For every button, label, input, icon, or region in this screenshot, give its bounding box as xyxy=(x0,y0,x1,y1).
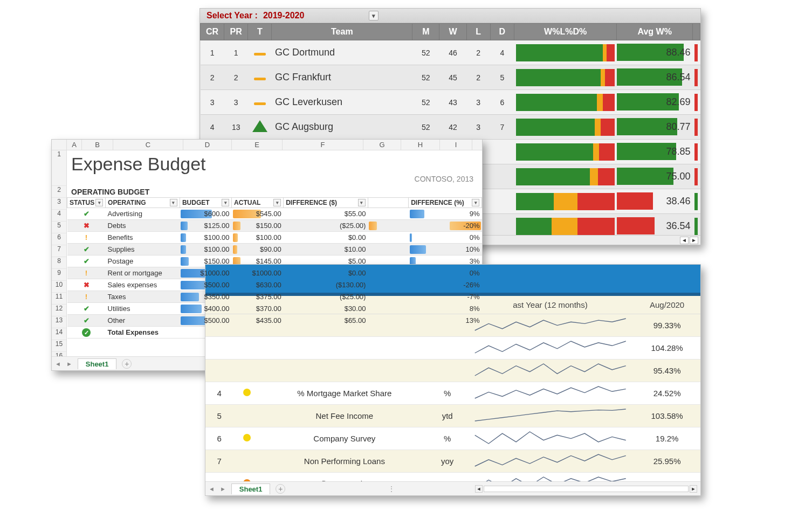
filter-icon[interactable]: ▾ xyxy=(273,199,281,206)
cell-sparkline xyxy=(467,314,634,337)
col-header[interactable]: C xyxy=(113,140,183,150)
filter-icon[interactable]: ▾ xyxy=(358,199,366,206)
hdr-operating[interactable]: OPERATING▾ xyxy=(106,198,180,208)
hscrollbar[interactable]: ◄ ► xyxy=(475,485,697,493)
cell-trend xyxy=(248,90,272,115)
row-header[interactable]: 10 xyxy=(52,281,66,293)
year-combo[interactable]: 2019-2020 ▾ xyxy=(263,11,379,20)
kpi-row[interactable]: 6Company Survey%19.2% xyxy=(205,427,700,450)
cell-d: 4 xyxy=(490,40,514,65)
cell-operating: Advertising xyxy=(106,208,180,220)
standings-row[interactable]: 33GC Leverkusen52433682.69 xyxy=(201,90,700,115)
sheet-tab[interactable]: Sheet1 xyxy=(78,358,117,369)
cell-pr: 3 xyxy=(224,90,248,115)
budget-row[interactable]: ✔Advertising$600.00$545.00$55.009% xyxy=(67,208,482,220)
cell-value: 95.43% xyxy=(634,360,700,382)
budget-row[interactable]: !Benefits$100.00$100.00$0.000% xyxy=(67,232,482,244)
tab-nav-next-icon[interactable]: ► xyxy=(220,486,226,492)
col-wld[interactable]: W%L%D% xyxy=(514,24,617,40)
col-header[interactable]: G xyxy=(363,140,401,150)
row-header[interactable]: 6 xyxy=(52,233,66,245)
col-m[interactable]: M xyxy=(412,24,439,40)
col-t[interactable]: T xyxy=(248,24,272,40)
sparkline xyxy=(470,363,630,377)
cell-num: 4 xyxy=(205,382,233,405)
standings-row[interactable]: 22GC Frankfurt52452586.54 xyxy=(201,65,700,90)
cell-avg: 86.54 xyxy=(617,65,692,90)
chevron-down-icon[interactable]: ▾ xyxy=(369,11,379,20)
kpi-row[interactable]: 4% Mortgage Market Share%24.52% xyxy=(205,382,700,405)
cell-kpi: Net Fee Income xyxy=(261,405,428,427)
add-sheet-icon[interactable]: + xyxy=(276,484,285,494)
sheet-tab[interactable]: Sheet1 xyxy=(231,483,271,494)
col-header[interactable]: B xyxy=(82,140,113,150)
cell-l: 3 xyxy=(466,115,490,140)
cell-d xyxy=(490,189,514,214)
row-header[interactable]: 11 xyxy=(52,293,66,305)
scroll-left-icon[interactable]: ◄ xyxy=(475,485,483,493)
cell-tick xyxy=(692,40,700,65)
col-d[interactable]: D xyxy=(490,24,514,40)
row-header[interactable]: 13 xyxy=(52,316,66,328)
col-l[interactable]: L xyxy=(466,24,490,40)
row-header[interactable]: 1 xyxy=(52,150,66,186)
cell-value: 99.33% xyxy=(634,314,700,337)
row-header[interactable]: 4 xyxy=(52,210,66,222)
col-header[interactable]: F xyxy=(283,140,363,150)
hdr-aug[interactable]: Aug/2020 xyxy=(634,296,700,314)
hdr-budget[interactable]: BUDGET▾ xyxy=(180,198,231,208)
x-icon: ✖ xyxy=(84,281,90,289)
tab-nav-next-icon[interactable]: ► xyxy=(66,361,72,367)
col-header[interactable]: H xyxy=(401,140,440,150)
filter-icon[interactable]: ▾ xyxy=(170,199,177,206)
col-header[interactable]: E xyxy=(232,140,283,150)
cell-m: 52 xyxy=(412,90,439,115)
cell-sparkline xyxy=(467,427,634,450)
budget-row[interactable]: ✖Debts$125.00$150.00($25.00)-20% xyxy=(67,220,482,232)
col-avg[interactable]: Avg W% xyxy=(617,24,692,40)
col-header[interactable]: I xyxy=(440,140,472,150)
kpi-row[interactable]: 104.28% xyxy=(205,337,700,360)
row-header[interactable]: 2 xyxy=(52,186,66,198)
scroll-track[interactable] xyxy=(484,486,689,492)
col-pr[interactable]: PR xyxy=(224,24,248,40)
kpi-row[interactable]: 7Non Performing Loansyoy25.95% xyxy=(205,450,700,473)
scroll-right-icon[interactable]: ► xyxy=(690,237,698,244)
standings-row[interactable]: 413GC Augsburg52423780.77 xyxy=(201,115,700,140)
tab-nav-prev-icon[interactable]: ◄ xyxy=(209,486,215,492)
filter-icon[interactable]: ▾ xyxy=(222,199,229,206)
trend-flat-icon xyxy=(254,102,266,105)
col-w[interactable]: W xyxy=(439,24,466,40)
col-header[interactable]: A xyxy=(67,140,82,150)
tab-nav-prev-icon[interactable]: ◄ xyxy=(55,361,61,367)
row-header[interactable]: 15 xyxy=(52,340,66,352)
budget-row[interactable]: ✔Supplies$100.00$90.00$10.0010% xyxy=(67,244,482,255)
hdr-actual[interactable]: ACTUAL▾ xyxy=(232,198,284,208)
standings-row[interactable]: 11GC Dortmund52462488.46 xyxy=(201,40,700,65)
column-headers: ABCDEFGHI xyxy=(52,140,482,150)
hdr-diffp[interactable]: DIFFERENCE (%)▾ xyxy=(409,198,482,208)
kpi-row[interactable]: 95.43% xyxy=(205,360,700,382)
row-header[interactable]: 8 xyxy=(52,257,66,269)
row-header[interactable]: 5 xyxy=(52,222,66,233)
filter-icon[interactable]: ▾ xyxy=(472,199,479,206)
hdr-diffd[interactable]: DIFFERENCE ($)▾ xyxy=(284,198,368,208)
add-sheet-icon[interactable]: + xyxy=(122,359,132,369)
kpi-row[interactable]: 5Net Fee Incomeytd103.58% xyxy=(205,405,700,427)
scroll-right-icon[interactable]: ► xyxy=(690,485,697,493)
row-header[interactable]: 14 xyxy=(52,328,66,340)
hdr-last-year[interactable]: ast Year (12 months) xyxy=(467,296,634,314)
row-header[interactable]: 7 xyxy=(52,245,66,257)
scroll-left-icon[interactable]: ◄ xyxy=(680,237,689,244)
row-header[interactable]: 3 xyxy=(52,198,66,210)
col-cr[interactable]: CR xyxy=(201,24,224,40)
select-all-cell[interactable] xyxy=(52,140,67,150)
col-team[interactable]: Team xyxy=(272,24,412,40)
cell-value: 24.52% xyxy=(634,382,700,405)
filter-icon[interactable]: ▾ xyxy=(95,199,103,206)
sheet-subtitle: CONTOSO, 2013 xyxy=(67,175,482,185)
row-header[interactable]: 9 xyxy=(52,269,66,281)
row-header[interactable]: 12 xyxy=(52,305,66,316)
hdr-status[interactable]: STATUS▾ xyxy=(67,198,106,208)
col-header[interactable]: D xyxy=(183,140,232,150)
